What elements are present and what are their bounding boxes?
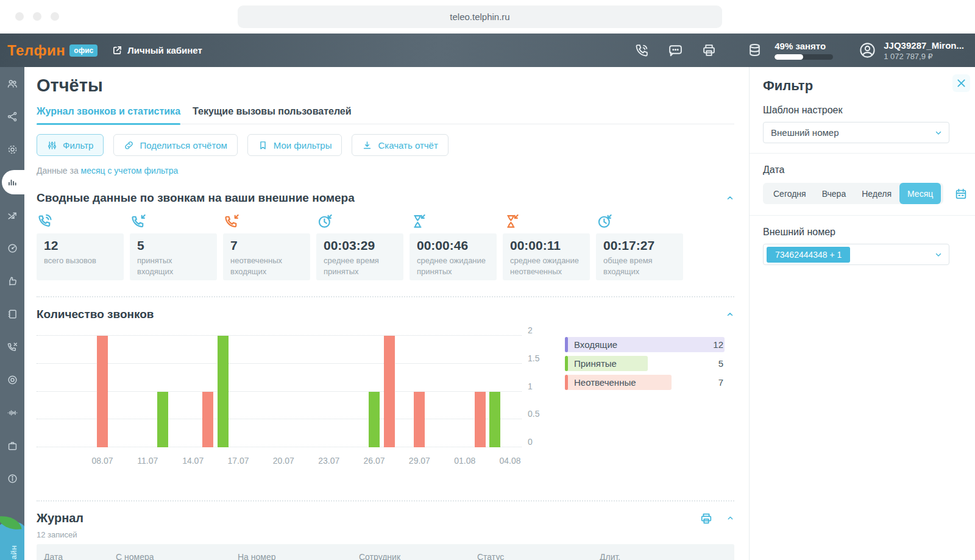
phone-calls-icon[interactable]	[634, 43, 650, 58]
card-value: 00:17:27	[603, 238, 676, 253]
x-axis-label: 20.07	[273, 456, 294, 466]
address-bar[interactable]: teleo.telphin.ru	[238, 5, 722, 28]
x-axis-label: 17.07	[227, 456, 249, 466]
card-value: 7	[230, 238, 303, 253]
card-label: принятых входящих	[137, 255, 210, 277]
brand-badge: офис	[69, 44, 98, 57]
external-link-icon	[112, 45, 122, 55]
x-axis-label: 01.08	[454, 456, 475, 466]
date-option-неделя[interactable]: Неделя	[854, 183, 899, 204]
gridline	[37, 391, 522, 392]
main-content: Отчёты Журнал звонков и статистика Текущ…	[24, 67, 749, 560]
sliders-icon	[47, 140, 57, 151]
online-status-badge[interactable]: онлайн	[0, 522, 27, 560]
legend-value: 5	[718, 358, 723, 369]
collapse-summary-icon[interactable]	[726, 194, 734, 202]
legend-item[interactable]: Неотвеченные7	[565, 375, 725, 390]
hourglass-in-icon	[410, 213, 497, 231]
sidebar-item-settings[interactable]	[0, 133, 24, 166]
chart-bar	[384, 336, 395, 447]
legend-color-mark	[565, 375, 568, 390]
filter-button[interactable]: Фильтр	[37, 134, 104, 156]
account-menu[interactable]: JJQ39287_Miron... 1 072 787,9 ₽	[859, 40, 964, 61]
sidebar-item-statistics[interactable]	[0, 166, 24, 199]
close-filter-icon[interactable]	[952, 74, 970, 92]
summary-title: Сводные данные по звонкам на ваши внешни…	[37, 191, 355, 205]
sidebar-item-missed-calls[interactable]	[0, 330, 24, 363]
sidebar-item-users[interactable]	[0, 67, 24, 100]
database-icon[interactable]	[747, 43, 762, 58]
capacity-bar-fill	[775, 54, 803, 60]
download-icon	[362, 140, 372, 151]
journal-table-header: ДатаС номераНа номерСотрудникСтатусДлит.	[37, 544, 734, 560]
card-label: всего вызовов	[44, 255, 116, 266]
sidebar-nav: онлайн	[0, 67, 24, 560]
column-header: Сотрудник	[359, 552, 477, 560]
date-option-вчера[interactable]: Вчера	[814, 183, 854, 204]
x-axis-label: 26.07	[364, 456, 385, 466]
sidebar-item-transfers[interactable]	[0, 199, 24, 232]
sidebar-item-info[interactable]	[0, 462, 24, 495]
gridline	[37, 419, 522, 419]
capacity-indicator: 49% занято	[775, 41, 833, 60]
window-controls[interactable]	[15, 12, 59, 21]
sidebar-item-network[interactable]	[0, 100, 24, 133]
capacity-bar	[775, 54, 833, 60]
account-id: JJQ39287_Miron...	[884, 40, 964, 51]
brand-logo[interactable]: Телфин офис	[7, 42, 98, 59]
account-balance: 1 072 787,9 ₽	[884, 52, 964, 61]
browser-bar: teleo.telphin.ru	[0, 0, 975, 34]
page-title: Отчёты	[37, 76, 734, 96]
bookmark-icon	[258, 140, 268, 151]
summary-card: 00:00:46среднее ожидание принятых	[410, 213, 497, 280]
link-icon	[124, 140, 134, 151]
y-axis-label: 0	[528, 437, 533, 447]
column-header: На номер	[238, 552, 359, 560]
external-number-select[interactable]: 73462444348 + 1	[763, 244, 949, 265]
date-label: Дата	[763, 165, 951, 175]
card-label: среднее ожидание принятых	[417, 255, 489, 277]
template-select[interactable]: Внешний номер	[763, 122, 949, 143]
number-tag[interactable]: 73462444348 + 1	[767, 247, 850, 263]
y-axis-label: 1.5	[528, 353, 539, 363]
bar-chart: 00.511.5208.0711.0714.0717.0720.0723.072…	[37, 336, 562, 473]
collapse-journal-icon[interactable]	[726, 514, 734, 522]
personal-cabinet-link[interactable]: Личный кабинет	[112, 45, 202, 55]
legend-color-mark	[565, 356, 568, 371]
legend-item[interactable]: Входящие12	[565, 337, 725, 352]
card-value: 00:03:29	[324, 238, 396, 253]
date-option-сегодня[interactable]: Сегодня	[765, 183, 814, 204]
sidebar-item-sounds[interactable]	[0, 396, 24, 429]
chart-section: Количество звонков 00.511.5208.0711.0714…	[37, 308, 734, 473]
phone-in-icon	[130, 213, 217, 231]
x-axis-label: 11.07	[137, 456, 158, 466]
x-axis-label: 04.08	[500, 456, 521, 466]
tab-current-calls[interactable]: Текущие вызовы пользователей	[193, 106, 352, 124]
journal-title: Журнал	[37, 511, 83, 525]
sidebar-item-dashboard[interactable]	[0, 232, 24, 264]
print-icon[interactable]	[701, 43, 717, 58]
column-header: Статус	[477, 552, 600, 560]
calendar-icon[interactable]	[954, 187, 968, 200]
journal-section: Журнал 12 записей ДатаС номераНа номерСо…	[37, 511, 734, 560]
tab-call-log-statistics[interactable]: Журнал звонков и статистика	[37, 106, 180, 124]
chart-bar	[218, 336, 229, 447]
sidebar-item-records[interactable]	[0, 363, 24, 396]
legend-item[interactable]: Принятые5	[565, 356, 725, 371]
print-journal-icon[interactable]	[700, 512, 713, 525]
summary-card: 12всего вызовов	[37, 213, 124, 280]
date-option-месяц[interactable]: Месяц	[899, 183, 941, 204]
filter-title: Фильтр	[763, 78, 951, 94]
share-report-button[interactable]: Поделиться отчётом	[113, 134, 237, 156]
chat-icon[interactable]	[668, 43, 683, 58]
sidebar-item-services[interactable]	[0, 429, 24, 462]
collapse-chart-icon[interactable]	[726, 310, 734, 319]
clock-in-icon	[597, 213, 683, 231]
column-header: С номера	[116, 552, 238, 560]
download-report-button[interactable]: Скачать отчёт	[352, 134, 448, 156]
leaf-icon	[0, 514, 22, 533]
sidebar-item-journal[interactable]	[0, 297, 24, 330]
period-filter-link[interactable]: месяц с учетом фильтра	[81, 166, 179, 175]
sidebar-item-quality[interactable]	[0, 264, 24, 297]
my-filters-button[interactable]: Мои фильтры	[247, 134, 342, 156]
